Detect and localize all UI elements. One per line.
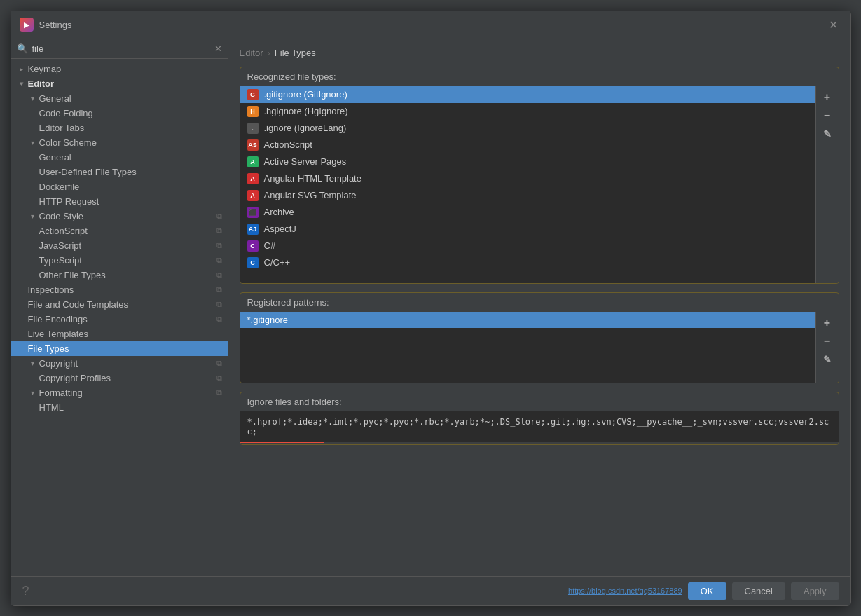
sidebar-item-code-style[interactable]: ▾ Code Style ⧉ — [11, 209, 228, 224]
sidebar-item-typescript[interactable]: TypeScript ⧉ — [11, 253, 228, 268]
recognized-list-item[interactable]: H.hgignore (HgIgnore) — [240, 103, 815, 120]
file-type-icon: . — [247, 123, 259, 134]
sidebar-item-live-templates[interactable]: Live Templates — [11, 327, 228, 341]
recognized-list-item[interactable]: ASActionScript — [240, 137, 815, 153]
sidebar-item-cs-general[interactable]: General — [11, 150, 228, 165]
footer-right: https://blog.csdn.net/qq53167889 OK Canc… — [568, 582, 839, 600]
file-type-icon: A — [247, 173, 259, 184]
sidebar-item-http-request[interactable]: HTTP Request — [11, 194, 228, 209]
breadcrumb-separator: › — [267, 48, 270, 58]
sidebar-item-label: Formatting — [39, 388, 83, 398]
sidebar-item-label: JavaScript — [39, 240, 82, 251]
copy-icon: ⧉ — [216, 300, 222, 309]
sidebar-item-inspections[interactable]: Inspections ⧉ — [11, 282, 228, 297]
sidebar-item-formatting[interactable]: ▾ Formatting ⧉ — [11, 385, 228, 400]
chevron-down-icon: ▾ — [17, 80, 27, 88]
breadcrumb: Editor › File Types — [240, 48, 839, 58]
add-file-type-button[interactable]: + — [819, 89, 836, 106]
dialog-body: 🔍 ✕ ▸ Keymap ▾ Editor ▾ General — [11, 39, 850, 576]
sidebar-item-user-defined[interactable]: User-Defined File Types — [11, 165, 228, 179]
pattern-list-item[interactable]: *.gitignore — [240, 312, 815, 328]
sidebar: 🔍 ✕ ▸ Keymap ▾ Editor ▾ General — [11, 39, 228, 576]
sidebar-item-file-code-templates[interactable]: File and Code Templates ⧉ — [11, 297, 228, 312]
help-button[interactable]: ? — [22, 584, 29, 598]
recognized-list-item[interactable]: AActive Server Pages — [240, 153, 815, 170]
sidebar-item-color-scheme[interactable]: ▾ Color Scheme — [11, 135, 228, 150]
recognized-list-item[interactable]: ..ignore (IgnoreLang) — [240, 120, 815, 137]
patterns-panel-header: Registered patterns: — [240, 293, 839, 312]
close-button[interactable]: ✕ — [825, 17, 842, 33]
file-type-name: .ignore (IgnoreLang) — [264, 123, 347, 133]
breadcrumb-parent: Editor — [240, 48, 263, 58]
sidebar-item-javascript[interactable]: JavaScript ⧉ — [11, 238, 228, 253]
sidebar-item-label: HTML — [39, 402, 64, 413]
file-type-icon: AJ — [247, 224, 259, 235]
footer: ? https://blog.csdn.net/qq53167889 OK Ca… — [11, 576, 850, 605]
pattern-name: *.gitignore — [247, 315, 289, 325]
sidebar-item-dockerfile[interactable]: Dockerfile — [11, 179, 228, 194]
copy-icon: ⧉ — [216, 315, 222, 324]
recognized-panel-header: Recognized file types: — [240, 67, 839, 86]
file-type-name: Angular SVG Template — [264, 190, 357, 200]
sidebar-item-label: Live Templates — [28, 329, 88, 339]
copy-icon: ⧉ — [216, 388, 222, 397]
sidebar-item-label: Other File Types — [39, 270, 106, 280]
recognized-list-item[interactable]: AAngular SVG Template — [240, 187, 815, 204]
copy-icon: ⧉ — [216, 271, 222, 280]
sidebar-item-label: Dockerfile — [39, 182, 80, 192]
sidebar-item-actionscript[interactable]: ActionScript ⧉ — [11, 224, 228, 238]
recognized-list-item[interactable]: AJAspectJ — [240, 221, 815, 238]
sidebar-item-copyright-profiles[interactable]: Copyright Profiles ⧉ — [11, 371, 228, 385]
sidebar-item-html[interactable]: HTML — [11, 400, 228, 415]
sidebar-item-editor-tabs[interactable]: Editor Tabs — [11, 121, 228, 135]
recognized-file-types-panel: Recognized file types: G.gitignore (GitI… — [240, 67, 839, 284]
sidebar-item-label: Editor — [28, 78, 55, 89]
registered-patterns-list: *.gitignore — [240, 312, 815, 383]
recognized-list-item[interactable]: AAngular HTML Template — [240, 170, 815, 187]
sidebar-item-copyright[interactable]: ▾ Copyright ⧉ — [11, 356, 228, 371]
recognized-list-item[interactable]: CC/C++ — [240, 254, 815, 271]
search-input[interactable] — [32, 43, 210, 54]
apply-button[interactable]: Apply — [791, 582, 839, 600]
sidebar-item-general[interactable]: ▾ General — [11, 91, 228, 106]
sidebar-item-other-file-types[interactable]: Other File Types ⧉ — [11, 268, 228, 282]
copy-icon: ⧉ — [216, 212, 222, 221]
remove-pattern-button[interactable]: − — [819, 333, 836, 350]
sidebar-item-keymap[interactable]: ▸ Keymap — [11, 62, 228, 76]
patterns-side-buttons: + − ✎ — [815, 312, 839, 383]
copy-icon: ⧉ — [216, 226, 222, 235]
sidebar-item-label: File Types — [28, 343, 69, 354]
ignore-panel-header: Ignore files and folders: — [240, 392, 839, 411]
cancel-button[interactable]: Cancel — [732, 582, 785, 600]
recognized-list-item[interactable]: G.gitignore (GitIgnore) — [240, 86, 815, 103]
copy-icon: ⧉ — [216, 285, 222, 294]
sidebar-item-file-types[interactable]: File Types — [11, 341, 228, 356]
ignore-files-input[interactable]: *.hprof;*.idea;*.iml;*.pyc;*.pyo;*.rbc;*… — [240, 411, 839, 442]
remove-file-type-button[interactable]: − — [819, 107, 836, 124]
sidebar-item-file-encodings[interactable]: File Encodings ⧉ — [11, 312, 228, 327]
chevron-down-icon: ▾ — [28, 95, 38, 102]
search-clear-button[interactable]: ✕ — [214, 43, 222, 54]
edit-file-type-button[interactable]: ✎ — [819, 125, 836, 142]
title-bar: ▶ Settings ✕ — [11, 11, 850, 39]
sidebar-item-label: General — [39, 93, 71, 104]
sidebar-item-editor[interactable]: ▾ Editor — [11, 76, 228, 91]
edit-pattern-button[interactable]: ✎ — [819, 351, 836, 368]
dialog-title: Settings — [39, 20, 72, 30]
recognized-list-item[interactable]: ⬛Archive — [240, 204, 815, 221]
sidebar-item-code-folding[interactable]: Code Folding — [11, 106, 228, 121]
chevron-down-icon: ▾ — [28, 139, 38, 146]
copy-icon: ⧉ — [216, 374, 222, 383]
file-type-name: Archive — [264, 207, 294, 217]
add-pattern-button[interactable]: + — [819, 315, 836, 331]
spell-check-underline — [240, 442, 324, 443]
main-content: Editor › File Types Recognized file type… — [228, 39, 850, 576]
ok-button[interactable]: OK — [688, 582, 726, 600]
sidebar-item-label: Copyright Profiles — [39, 373, 111, 383]
recognized-list-item[interactable]: CC# — [240, 238, 815, 254]
csdn-url-link[interactable]: https://blog.csdn.net/qq53167889 — [568, 587, 682, 595]
file-type-icon: H — [247, 106, 259, 117]
recognized-side-buttons: + − ✎ — [815, 86, 839, 283]
chevron-down-icon: ▾ — [28, 212, 38, 220]
sidebar-item-label: ActionScript — [39, 226, 88, 236]
